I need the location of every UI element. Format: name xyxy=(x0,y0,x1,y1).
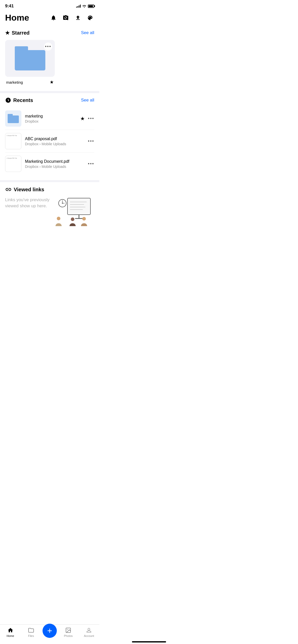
recent-item-more-button[interactable]: ••• xyxy=(88,116,94,121)
header-icon-group xyxy=(49,14,94,22)
recent-pdf-thumbnail-2: A Simple PDF File xyxy=(5,156,21,172)
star-icon: ★ xyxy=(5,30,10,36)
bell-icon xyxy=(50,15,57,21)
recent-item-name-2: ABC praposal.pdf xyxy=(25,137,88,141)
starred-see-all[interactable]: See all xyxy=(81,30,94,35)
camera-button[interactable] xyxy=(62,14,70,22)
status-time: 9:41 xyxy=(5,4,14,9)
svg-point-16 xyxy=(82,217,86,221)
viewed-links-header: Viewed links xyxy=(5,186,94,193)
camera-icon xyxy=(63,15,69,21)
illustration-svg xyxy=(53,197,94,227)
starred-folder-card[interactable]: ••• marketing ★ xyxy=(5,40,55,86)
starred-item-star-icon: ★ xyxy=(50,79,54,85)
recent-item-star-button[interactable]: ★ xyxy=(80,115,85,122)
recent-item-abc-pdf[interactable]: A Simple PDF File ABC praposal.pdf Dropb… xyxy=(5,130,94,153)
status-icons xyxy=(76,5,94,8)
starred-section-header: ★ Starred See all xyxy=(5,30,94,36)
starred-title: ★ Starred xyxy=(5,30,30,36)
recents-title: Recents xyxy=(5,97,33,103)
starred-card-more-button[interactable]: ••• xyxy=(44,42,52,51)
recent-item-marketing-doc[interactable]: A Simple PDF File Marketing Document.pdf… xyxy=(5,153,94,175)
svg-point-15 xyxy=(71,217,74,221)
page-title: Home xyxy=(5,13,29,23)
recent-item-actions: ★ ••• xyxy=(80,115,94,122)
wifi-icon xyxy=(82,5,86,8)
recents-section: Recents See all marketing Dropbox ★ ••• xyxy=(0,93,99,180)
recent-item-name-3: Marketing Document.pdf xyxy=(25,159,88,164)
notifications-button[interactable] xyxy=(49,14,58,22)
recent-item-path-2: Dropbox › Mobile Uploads xyxy=(25,142,88,146)
recents-see-all[interactable]: See all xyxy=(81,98,94,103)
link-icon xyxy=(5,186,12,193)
starred-item-name: marketing xyxy=(6,80,23,84)
viewed-links-empty-text: Links you've previously viewed show up h… xyxy=(5,197,53,209)
svg-point-14 xyxy=(57,217,60,220)
recents-section-header: Recents See all xyxy=(5,97,94,103)
recent-item-more-button-3[interactable]: ••• xyxy=(88,161,94,167)
recent-item-info-2: ABC praposal.pdf Dropbox › Mobile Upload… xyxy=(25,137,88,146)
battery-icon xyxy=(88,5,94,8)
viewed-links-content: Links you've previously viewed show up h… xyxy=(5,197,94,227)
recent-item-actions-2: ••• xyxy=(88,139,94,144)
recent-item-path: Dropbox xyxy=(25,119,80,123)
svg-rect-3 xyxy=(68,199,90,214)
recent-item-name: marketing xyxy=(25,114,80,119)
recent-item-marketing[interactable]: marketing Dropbox ★ ••• xyxy=(5,107,94,130)
recent-folder-thumbnail xyxy=(5,110,21,127)
viewed-links-section: Viewed links Links you've previously vie… xyxy=(0,182,99,233)
recent-item-actions-3: ••• xyxy=(88,161,94,167)
palette-icon xyxy=(87,15,93,21)
page-header: Home xyxy=(0,11,99,26)
recent-pdf-thumbnail-1: A Simple PDF File xyxy=(5,133,21,149)
viewed-links-illustration xyxy=(53,197,94,227)
viewed-links-title: Viewed links xyxy=(5,186,44,193)
status-bar: 9:41 xyxy=(0,0,99,11)
recent-item-info-3: Marketing Document.pdf Dropbox › Mobile … xyxy=(25,159,88,169)
signal-bars-icon xyxy=(76,5,81,8)
upload-icon xyxy=(75,15,81,21)
folder-thumb-icon xyxy=(8,114,19,123)
section-divider-2 xyxy=(0,180,99,182)
recent-item-info: marketing Dropbox xyxy=(25,114,80,123)
theme-button[interactable] xyxy=(86,14,94,22)
recent-item-path-3: Dropbox › Mobile Uploads xyxy=(25,165,88,169)
folder-large-icon xyxy=(15,46,45,70)
section-divider-1 xyxy=(0,91,99,93)
scroll-area: ★ Starred See all ••• marketing xyxy=(0,26,99,256)
starred-section: ★ Starred See all ••• marketing xyxy=(0,26,99,91)
starred-item-label: marketing ★ xyxy=(5,77,55,86)
upload-button[interactable] xyxy=(74,14,82,22)
recent-item-more-button-2[interactable]: ••• xyxy=(88,139,94,144)
clock-icon xyxy=(5,97,11,103)
